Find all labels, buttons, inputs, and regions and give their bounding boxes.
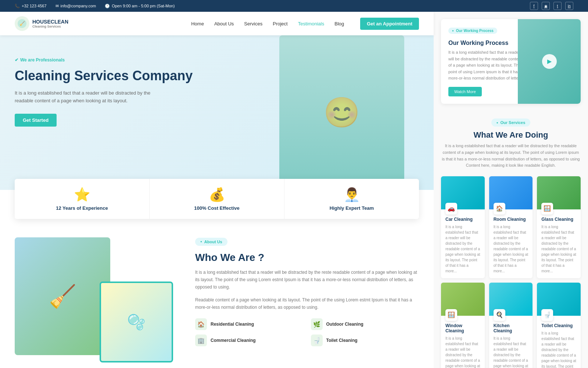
logo-svg: 🧹 <box>17 18 27 29</box>
residential-label: Residential Cleaning <box>211 322 254 327</box>
service-residential: 🏠 Residential Cleaning <box>195 318 304 330</box>
business-hours: Open 9:00 am - 5:00 pm (Sat-Mon) <box>112 4 175 8</box>
nav-about[interactable]: About Us <box>214 21 234 26</box>
toilet-cleaning-icon: 🚽 <box>541 309 553 321</box>
service-outdoor: 🌿 Outdoor Cleaning <box>311 318 419 330</box>
room-cleaning-icon: 🏠 <box>494 203 505 215</box>
logo-sub: Cleaning Services <box>32 25 68 28</box>
room-cleaning-name: Room Cleaning <box>494 217 528 222</box>
stat-experience: ⭐ 12 Years of Experience <box>15 179 150 219</box>
phone-number: +32 123 4567 <box>22 4 47 8</box>
service-glass-cleaning: 🪟 Glass Cleaning It is a long establishe… <box>537 176 581 278</box>
car-cleaning-name: Car Cleaning <box>445 217 480 222</box>
service-car-cleaning: 🚗 Car Cleaning It is a long established … <box>441 176 485 278</box>
team-icon: 👨‍💼 <box>344 187 360 202</box>
service-room-cleaning: 🏠 Room Cleaning It is a long established… <box>489 176 533 278</box>
experience-icon: ⭐ <box>74 187 90 202</box>
kitchen-cleaning-desc: It is a long established fact that a rea… <box>494 336 528 368</box>
service-commercial: 🏢 Commercial Cleaning <box>195 335 304 346</box>
service-toilet: 🚽 Toilet Cleaning <box>311 335 419 346</box>
glass-cleaning-icon: 🪟 <box>541 203 553 215</box>
phone-icon: 📞 <box>15 4 20 8</box>
window-cleaning-desc: It is a long established fact that a rea… <box>445 336 480 368</box>
working-process-content: Our Working Process Our Working Process … <box>448 26 523 96</box>
glass-cleaning-name: Glass Cleaning <box>541 217 576 222</box>
about-main-image: 🧹 <box>15 237 110 355</box>
hero-cta-button[interactable]: Get Started <box>15 114 57 127</box>
stat-team: 👨‍💼 Highly Expert Team <box>284 179 419 219</box>
glass-cleaning-body: Glass Cleaning It is a long established … <box>537 209 581 278</box>
kitchen-cleaning-body: Kitchen Cleaning It is a long establishe… <box>489 316 533 368</box>
cost-icon: 💰 <box>209 187 225 202</box>
toilet-icon: 🚽 <box>311 335 323 346</box>
hero-section: ✔ We are Professionals Cleaning Services… <box>0 35 434 190</box>
logo-icon: 🧹 <box>15 16 29 31</box>
room-cleaning-desc: It is a long established fact that a rea… <box>494 224 528 274</box>
services-header: Our Services What We Are Doing It is a l… <box>441 118 581 169</box>
logo: 🧹 HOUSECLEAN Cleaning Services <box>15 16 68 31</box>
wp-description: It is a long established fact that a rea… <box>448 49 523 82</box>
instagram-link[interactable]: ◉ <box>542 2 550 10</box>
car-cleaning-body: Car Cleaning It is a long established fa… <box>441 209 485 278</box>
kitchen-cleaning-name: Kitchen Cleaning <box>494 323 528 333</box>
car-cleaning-icon: 🚗 <box>445 203 457 215</box>
cost-label: 100% Cost Effective <box>194 205 240 211</box>
room-cleaning-image: 🏠 <box>489 176 533 209</box>
nav-testimonials[interactable]: Testimonials <box>298 21 325 26</box>
window-cleaning-name: Window Cleaning <box>445 323 480 333</box>
wp-tag-text: Our Working Process <box>456 29 494 33</box>
wp-button[interactable]: Watch More <box>448 87 482 96</box>
hero-content: ✔ We are Professionals Cleaning Services… <box>0 35 217 190</box>
play-button[interactable]: ▶ <box>542 54 557 69</box>
room-cleaning-body: Room Cleaning It is a long established f… <box>489 209 533 278</box>
twitter-link[interactable]: t <box>553 2 562 10</box>
about-title: Who We Are ? <box>195 252 419 263</box>
logo-text: HOUSECLEAN Cleaning Services <box>32 19 68 28</box>
window-cleaning-icon: 🪟 <box>445 309 457 321</box>
linkedin-link[interactable]: in <box>565 2 573 10</box>
nav-blog[interactable]: Blog <box>334 21 344 26</box>
page-wrapper: 📞 +32 123 4567 ✉ info@company.com 🕐 Open… <box>0 0 588 368</box>
logo-name: HOUSECLEAN <box>32 19 68 25</box>
stats-bar: ⭐ 12 Years of Experience 💰 100% Cost Eff… <box>15 179 419 219</box>
services-title: What We Are Doing <box>441 130 581 140</box>
facebook-link[interactable]: f <box>530 2 538 10</box>
toilet-cleaning-desc: It is a long established fact that a rea… <box>541 330 576 368</box>
top-bar: 📞 +32 123 4567 ✉ info@company.com 🕐 Open… <box>0 0 588 12</box>
wp-tag: Our Working Process <box>448 28 497 34</box>
experience-label: 12 Years of Experience <box>56 205 108 211</box>
nav-home[interactable]: Home <box>191 21 204 26</box>
services-grid: 🚗 Car Cleaning It is a long established … <box>441 176 581 368</box>
services-section: Our Services What We Are Doing It is a l… <box>434 111 588 368</box>
nav-services[interactable]: Services <box>244 21 262 26</box>
hero-title: Cleaning Services Company <box>15 68 202 84</box>
about-tag: About Us <box>195 238 227 246</box>
hero-image: 😊 <box>217 35 434 190</box>
services-tag-text: Our Services <box>500 120 525 125</box>
hero-placeholder: 😊 <box>323 95 360 130</box>
service-toilet-cleaning: 🚽 Toilet Cleaning It is a long establish… <box>537 283 581 368</box>
about-section: 🧹 🫧 About Us Who We Are ? It is a long e… <box>0 230 434 368</box>
hero-tag: ✔ We are Professionals <box>15 57 202 63</box>
tag-icon: ✔ <box>15 57 18 63</box>
working-process-card: Our Working Process Our Working Process … <box>441 19 581 104</box>
outdoor-label: Outdoor Cleaning <box>326 322 363 327</box>
car-cleaning-image: 🚗 <box>441 176 485 209</box>
glass-cleaning-image: 🪟 <box>537 176 581 209</box>
residential-icon: 🏠 <box>195 318 207 330</box>
hours-info: 🕐 Open 9:00 am - 5:00 pm (Sat-Mon) <box>105 4 175 8</box>
nav-project[interactable]: Project <box>273 21 287 26</box>
kitchen-cleaning-icon: 🍳 <box>494 309 505 321</box>
main-content: 🧹 HOUSECLEAN Cleaning Services Home Abou… <box>0 12 434 368</box>
appointment-button[interactable]: Get an Appointment <box>360 18 419 30</box>
car-cleaning-desc: It is a long established fact that a rea… <box>445 224 480 274</box>
phone-info: 📞 +32 123 4567 <box>15 4 47 8</box>
toilet-label: Toilet Cleaning <box>326 338 358 343</box>
about-images: 🧹 🫧 <box>15 237 177 355</box>
wp-image: ▶ <box>518 19 581 104</box>
service-kitchen-cleaning: 🍳 Kitchen Cleaning It is a long establis… <box>489 283 533 368</box>
services-tag: Our Services <box>491 118 531 127</box>
commercial-label: Commercial Cleaning <box>211 338 256 343</box>
right-panel: Our Working Process Our Working Process … <box>434 12 588 368</box>
about-desc-2: Readable content of a page when looking … <box>195 296 419 311</box>
